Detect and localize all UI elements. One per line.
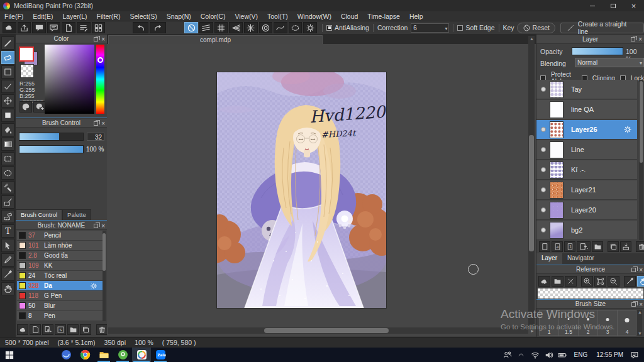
material-list-button[interactable] [77, 22, 91, 33]
layer-row[interactable]: Layer26 [536, 120, 637, 140]
menu-cloud[interactable]: Cloud [341, 13, 358, 20]
reference-preview[interactable] [538, 288, 643, 299]
brush-row[interactable]: 101Làm nhòe [17, 241, 103, 251]
popout-icon[interactable] [631, 302, 636, 307]
layer-row[interactable]: line QA [536, 100, 637, 119]
text-tool[interactable]: T [1, 224, 14, 238]
brush-size-cell[interactable]: 2 [579, 310, 598, 336]
gradient-tool[interactable] [1, 138, 14, 151]
tray-expand-button[interactable] [514, 348, 528, 362]
layer-row[interactable]: Layer20 [536, 200, 637, 220]
snap-radial-button[interactable] [244, 22, 258, 33]
menu-window[interactable]: Window(W) [297, 13, 331, 20]
select-eraser-tool[interactable] [1, 210, 14, 223]
blending-dropdown[interactable]: Normal [575, 58, 644, 67]
close-panel-icon[interactable] [101, 36, 105, 43]
reference-clear-button[interactable] [565, 276, 577, 287]
canvas-artwork[interactable]: Hvd12204 #HD24t [217, 72, 386, 308]
reference-zoom-in-button[interactable] [581, 276, 593, 287]
close-panel-icon[interactable] [638, 36, 642, 43]
brush-row[interactable]: 328Da [17, 281, 103, 291]
brush-folder-button[interactable] [67, 324, 79, 335]
snap-curve-button[interactable] [274, 22, 287, 33]
delete-layer-button[interactable] [636, 241, 644, 252]
close-panel-icon[interactable] [101, 120, 105, 127]
layer-folder-button[interactable] [592, 241, 603, 252]
straight-line-button[interactable]: Create a straight line [560, 23, 644, 33]
correction-dropdown[interactable]: 6 [411, 23, 449, 33]
redo-button[interactable] [150, 22, 166, 33]
scroll-up-icon[interactable]: ▲ [638, 310, 642, 314]
people-tray-button[interactable] [501, 348, 514, 362]
popout-icon[interactable] [94, 224, 98, 228]
saturation-value-picker[interactable] [45, 45, 94, 114]
canvas-hscrollbar[interactable] [108, 327, 528, 334]
reference-zoom-out-button[interactable] [608, 276, 619, 287]
menu-file[interactable]: File(F) [4, 13, 23, 20]
document-button[interactable] [62, 22, 75, 33]
popout-icon[interactable] [631, 268, 636, 272]
cloud-button[interactable] [3, 22, 16, 33]
brush-row[interactable]: 2.8Good tỉa [17, 251, 103, 261]
snap-settings-button[interactable] [303, 22, 317, 33]
close-panel-icon[interactable] [639, 301, 643, 308]
brush-list-scrollbar[interactable] [103, 231, 106, 321]
soft-edge-checkbox[interactable] [457, 25, 463, 31]
menu-view[interactable]: View(V) [235, 13, 258, 20]
brush-delete-button[interactable] [96, 324, 108, 335]
brush-row[interactable]: 50Blur [17, 301, 103, 311]
brush-size-scrollbar[interactable]: ▲ ▼ [637, 310, 642, 336]
scroll-right-icon[interactable]: ► [530, 329, 535, 333]
visibility-dot[interactable] [541, 207, 546, 212]
brush-row[interactable]: 109KK [17, 261, 103, 271]
menu-timelapse[interactable]: Time-lapse [367, 13, 400, 20]
popout-icon[interactable] [631, 37, 635, 41]
visibility-dot[interactable] [541, 127, 546, 132]
brush-opacity-slider[interactable] [19, 145, 84, 153]
close-panel-icon[interactable] [639, 266, 643, 273]
visibility-dot[interactable] [541, 87, 546, 92]
visibility-dot[interactable] [541, 147, 546, 152]
brush-row[interactable]: 118G Pen [17, 291, 103, 301]
brush-duplicate-button[interactable] [80, 324, 91, 335]
action-center-button[interactable] [628, 348, 641, 362]
taskbar-app-explorer[interactable] [94, 348, 113, 362]
layer-row[interactable]: Line [536, 140, 637, 160]
close-panel-icon[interactable] [101, 222, 105, 229]
brush-add-special-button[interactable] [42, 324, 53, 335]
layer-row[interactable]: Layer21 [536, 180, 637, 200]
snap-parallel-button[interactable] [199, 22, 213, 33]
select-pen-tool[interactable] [1, 195, 14, 209]
brush-settings-gear-icon[interactable] [90, 282, 97, 290]
hue-cursor[interactable] [97, 57, 103, 63]
taskbar-app-chrome[interactable] [75, 348, 94, 362]
new-layer-button[interactable] [539, 241, 550, 252]
eraser-tool[interactable] [1, 51, 14, 64]
palette-add-button[interactable] [33, 101, 46, 112]
eyedropper-tool[interactable] [1, 268, 14, 281]
menu-tool[interactable]: Tool(T) [267, 13, 288, 20]
close-button[interactable] [623, 0, 644, 11]
visibility-dot[interactable] [541, 167, 546, 172]
hand-tool[interactable] [1, 282, 14, 295]
visibility-dot[interactable] [541, 228, 546, 233]
reference-hand-button[interactable] [637, 276, 644, 287]
antialiasing-checkbox[interactable] [326, 25, 332, 31]
comment-button[interactable] [32, 22, 46, 33]
reference-eyedropper-button[interactable] [624, 276, 636, 287]
menu-edit[interactable]: Edit(E) [33, 13, 53, 20]
snap-concentric-button[interactable] [259, 22, 273, 33]
visibility-dot[interactable] [541, 187, 546, 192]
brush-cloud-button[interactable] [17, 324, 28, 335]
brush-size-slider[interactable] [19, 133, 84, 141]
palette-button[interactable] [19, 101, 32, 112]
tab-layer[interactable]: Layer [536, 253, 562, 264]
document-tab[interactable]: compl.mdp [108, 35, 323, 44]
snap-off-button[interactable] [184, 22, 198, 33]
brush-size-cell[interactable]: 4 [618, 310, 636, 336]
canvas-area[interactable]: compl.mdp [107, 35, 536, 336]
reference-fit-button[interactable] [594, 276, 606, 287]
fill-rect-tool[interactable] [1, 109, 14, 122]
brush-row[interactable]: 24Tóc real [17, 271, 103, 281]
volume-tray-button[interactable] [542, 348, 556, 362]
